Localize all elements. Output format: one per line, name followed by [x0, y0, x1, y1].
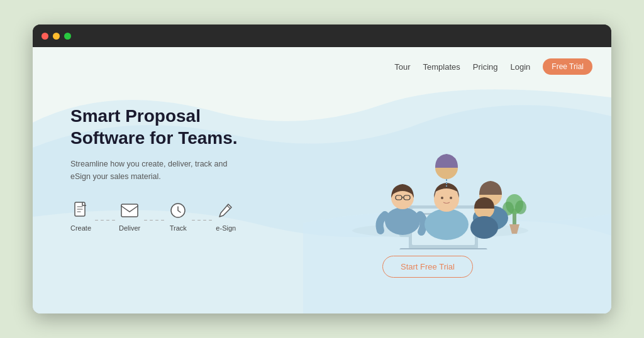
- nav-pricing[interactable]: Pricing: [473, 62, 498, 72]
- steps-row: Create Deliver: [70, 200, 282, 232]
- team-illustration: [321, 99, 535, 249]
- hero-subtitle: Streamline how you create, deliver, trac…: [70, 158, 240, 183]
- left-section: Smart Proposal Software for Teams. Strea…: [70, 99, 282, 244]
- svg-point-27: [450, 197, 452, 199]
- svg-point-31: [470, 216, 498, 239]
- minimize-dot[interactable]: [53, 33, 60, 40]
- navbar: Tour Templates Pricing Login Free Trial: [33, 47, 611, 86]
- step-esign: e-Sign: [216, 200, 236, 232]
- esign-label: e-Sign: [216, 224, 236, 232]
- create-label: Create: [70, 224, 91, 232]
- svg-point-18: [385, 207, 420, 235]
- svg-rect-2: [121, 204, 138, 217]
- nav-tour[interactable]: Tour: [394, 62, 410, 72]
- clock-icon: [168, 200, 188, 221]
- close-dot[interactable]: [42, 33, 48, 40]
- deliver-label: Deliver: [119, 224, 140, 232]
- svg-point-26: [441, 197, 443, 199]
- dashes-2: [140, 220, 168, 221]
- right-section: Start Free Trial: [282, 99, 574, 278]
- cta-container: Start Free Trial: [382, 256, 473, 278]
- step-track: Track: [168, 200, 188, 232]
- step-create: Create: [70, 200, 91, 232]
- dashes-1: [91, 220, 119, 221]
- step-deliver: Deliver: [119, 200, 140, 232]
- main-content: Smart Proposal Software for Teams. Strea…: [33, 86, 611, 313]
- illustration-container: [321, 99, 535, 249]
- maximize-dot[interactable]: [64, 33, 71, 40]
- email-icon: [119, 200, 140, 221]
- svg-point-8: [515, 200, 526, 214]
- browser-window: Tour Templates Pricing Login Free Trial …: [33, 25, 611, 313]
- nav-login[interactable]: Login: [511, 62, 531, 72]
- browser-content: Tour Templates Pricing Login Free Trial …: [33, 47, 611, 313]
- track-label: Track: [170, 224, 187, 232]
- start-free-trial-button[interactable]: Start Free Trial: [382, 256, 473, 278]
- dashes-3: [188, 220, 216, 221]
- svg-point-24: [425, 209, 469, 240]
- pen-icon: [216, 200, 236, 221]
- document-icon: [71, 200, 91, 221]
- browser-chrome: [33, 25, 611, 47]
- svg-rect-15: [399, 248, 487, 249]
- free-trial-button[interactable]: Free Trial: [543, 58, 592, 75]
- nav-templates[interactable]: Templates: [423, 62, 460, 72]
- hero-title: Smart Proposal Software for Teams.: [70, 105, 282, 149]
